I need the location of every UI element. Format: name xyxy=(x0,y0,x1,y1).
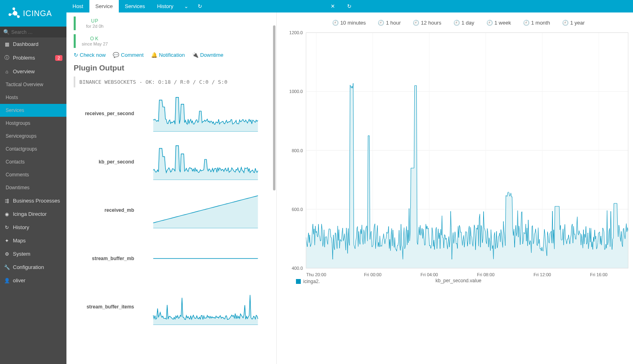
host-since: for 2d 0h xyxy=(80,24,110,29)
range-1d[interactable]: 🕘1 day xyxy=(453,20,474,26)
clock-icon: 🕘 xyxy=(523,20,530,26)
plugin-output-heading: Plugin Output xyxy=(74,64,269,72)
range-10m[interactable]: 🕘10 minutes xyxy=(332,20,366,26)
tab-history[interactable]: History xyxy=(151,0,179,12)
svg-text:Thu 20:00: Thu 20:00 xyxy=(306,272,326,277)
close-col1-icon[interactable]: ✕ xyxy=(326,0,339,12)
search-icon: 🔍 xyxy=(3,29,10,35)
chevron-down-icon[interactable]: ⌄ xyxy=(179,0,193,12)
metric-label: kb_per_second xyxy=(74,159,134,165)
sparkline xyxy=(142,192,269,228)
metric-kb_per_second[interactable]: kb_per_second xyxy=(74,144,269,180)
chart-column: 🕘10 minutes 🕘1 hour 🕘12 hours 🕘1 day 🕘1 … xyxy=(277,12,633,364)
bell-icon: 🔔 xyxy=(151,52,157,58)
sparkline xyxy=(142,144,269,180)
svg-text:Fri 16:00: Fri 16:00 xyxy=(590,272,607,277)
problems-badge: 2 xyxy=(55,55,62,61)
plugin-output-text: BINANCE WEBSOCKETS - OK: O:18 / R:0 / C:… xyxy=(74,77,269,87)
nav-history[interactable]: ↻History xyxy=(0,221,66,234)
nav-problems[interactable]: ⓘProblems2 xyxy=(0,51,66,65)
metric-label: received_mb xyxy=(74,207,134,213)
nav-director[interactable]: ◉Icinga Director xyxy=(0,207,66,221)
nav-contactgroups[interactable]: Contactgroups xyxy=(0,143,66,155)
clock-icon: 🕘 xyxy=(413,20,419,26)
nav-tactical[interactable]: Tactical Overview xyxy=(0,78,66,91)
action-downtime[interactable]: 🔌Downtime xyxy=(192,52,223,58)
range-1w[interactable]: 🕘1 week xyxy=(486,20,511,26)
sparkline xyxy=(142,95,269,132)
sparkline xyxy=(142,240,269,277)
metric-receives_per_second[interactable]: receives_per_second xyxy=(74,95,269,132)
tab-service[interactable]: Service xyxy=(89,0,119,12)
action-check-now[interactable]: ↻Check now xyxy=(74,52,106,58)
nav-servicegroups[interactable]: Servicegroups xyxy=(0,130,66,143)
user-icon: 👤 xyxy=(4,278,10,283)
clock-icon: 🕘 xyxy=(453,20,460,26)
metric-label: receives_per_second xyxy=(74,111,134,116)
metric-received_mb[interactable]: received_mb xyxy=(74,192,269,228)
refresh-col1-icon[interactable]: ↻ xyxy=(193,0,207,12)
action-comment[interactable]: 💬Comment xyxy=(113,52,143,58)
clock-icon: 🕘 xyxy=(562,20,569,26)
wrench-icon: 🔧 xyxy=(4,265,10,270)
main-chart[interactable]: 400.0600.0800.01000.01200.0Thu 20:00Fri … xyxy=(284,31,633,276)
host-state: UP xyxy=(80,18,110,24)
metric-stream_buffer_items[interactable]: stream_buffer_items xyxy=(74,289,269,325)
nav-user[interactable]: 👤oliver xyxy=(0,274,66,287)
clock-icon: 🕘 xyxy=(332,20,339,26)
svc-status-strip xyxy=(74,34,76,48)
map-icon: ✦ xyxy=(4,238,10,244)
nav-services[interactable]: Services xyxy=(0,104,66,117)
nav-comments[interactable]: Comments xyxy=(0,168,66,181)
svg-text:1000.0: 1000.0 xyxy=(289,89,303,94)
svc-since: since May 27 xyxy=(80,41,110,46)
service-detail-column: UP for 2d 0h OK since May 27 ↻Check now … xyxy=(66,12,277,364)
range-1h[interactable]: 🕘1 hour xyxy=(378,20,401,26)
sitemap-icon: ⇶ xyxy=(4,198,10,204)
nav-hostgroups[interactable]: Hostgroups xyxy=(0,117,66,130)
search-input[interactable] xyxy=(11,29,72,35)
cube-icon: ◉ xyxy=(4,211,10,217)
svc-state: OK xyxy=(80,36,110,41)
svg-text:ICINGA: ICINGA xyxy=(23,9,52,18)
svg-text:Fri 12:00: Fri 12:00 xyxy=(534,272,551,277)
svg-text:1200.0: 1200.0 xyxy=(289,31,303,35)
home-icon: ⌂ xyxy=(4,69,10,74)
cogs-icon: ⚙ xyxy=(4,251,10,257)
metric-label: stream_buffer_mb xyxy=(74,256,134,261)
nav-overview[interactable]: ⌂Overview xyxy=(0,65,66,78)
nav-system[interactable]: ⚙System xyxy=(0,247,66,261)
sparkline xyxy=(142,289,269,325)
topbar: Host Service Services History ⌄ ↻ ✕ ↻ xyxy=(66,0,633,12)
range-12h[interactable]: 🕘12 hours xyxy=(413,20,441,26)
nav-downtimes[interactable]: Downtimes xyxy=(0,181,66,194)
tab-host[interactable]: Host xyxy=(66,0,89,12)
svg-text:400.0: 400.0 xyxy=(292,266,303,271)
clock-icon: 🕘 xyxy=(378,20,384,26)
range-1m[interactable]: 🕘1 month xyxy=(523,20,550,26)
nav-contacts[interactable]: Contacts xyxy=(0,155,66,168)
metric-label: stream_buffer_items xyxy=(74,304,134,310)
metric-stream_buffer_mb[interactable]: stream_buffer_mb xyxy=(74,240,269,277)
nav-hosts[interactable]: Hosts xyxy=(0,91,66,104)
dashboard-icon: ▦ xyxy=(4,41,10,47)
action-notification[interactable]: 🔔Notification xyxy=(151,52,185,58)
svg-text:Fri 04:00: Fri 04:00 xyxy=(420,272,438,277)
refresh-col2-icon[interactable]: ↻ xyxy=(339,0,359,12)
scrollbar[interactable] xyxy=(273,25,275,190)
nav-dashboard[interactable]: ▦Dashboard xyxy=(0,37,66,51)
range-1y[interactable]: 🕘1 year xyxy=(562,20,585,26)
brand-logo: ICINGA xyxy=(0,0,66,27)
refresh-icon: ↻ xyxy=(74,52,78,58)
nav: ▦Dashboard ⓘProblems2 ⌂Overview Tactical… xyxy=(0,37,66,287)
host-status-strip xyxy=(74,17,76,30)
plug-icon: 🔌 xyxy=(192,52,199,58)
nav-configuration[interactable]: 🔧Configuration xyxy=(0,261,66,274)
nav-maps[interactable]: ✦Maps xyxy=(0,234,66,247)
svg-text:Fri 00:00: Fri 00:00 xyxy=(364,272,381,277)
sidebar: ICINGA 🔍 ✕ ▦Dashboard ⓘProblems2 ⌂Overvi… xyxy=(0,0,66,364)
history-icon: ↻ xyxy=(4,225,10,230)
nav-business-processes[interactable]: ⇶Business Processes xyxy=(0,194,66,207)
tab-services[interactable]: Services xyxy=(119,0,151,12)
info-icon: ⓘ xyxy=(4,54,10,61)
